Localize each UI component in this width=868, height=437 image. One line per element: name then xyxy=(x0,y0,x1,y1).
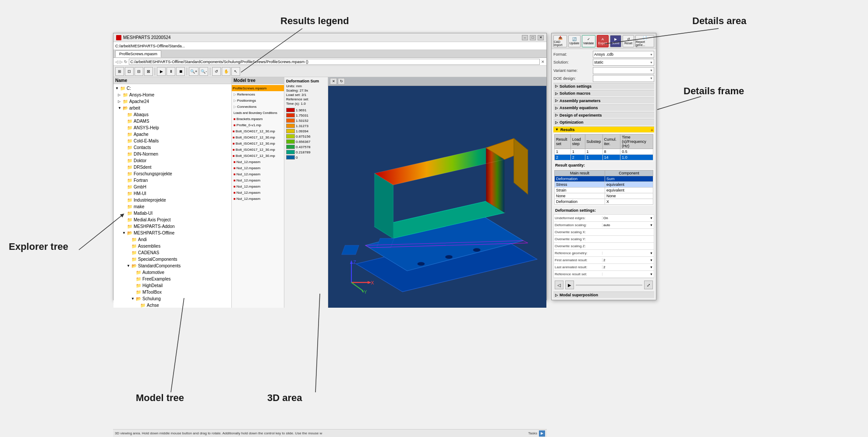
minimize-button[interactable]: – xyxy=(522,35,528,40)
tree-item-mtoolbox[interactable]: 📁 MToolBox xyxy=(113,289,231,295)
tree-item-schulung[interactable]: ▼ 📂 Schulung xyxy=(113,295,231,302)
section-solution-settings[interactable]: ▷ Solution settings xyxy=(553,83,654,89)
toolbar-btn-2[interactable]: ⊡ xyxy=(125,67,134,76)
tree-item-hm-ui[interactable]: 📁 HM-UI xyxy=(113,190,231,197)
tree-item-assemblies[interactable]: 📁 Assemblies xyxy=(113,243,231,249)
rq-row-none[interactable]: None None xyxy=(555,193,653,199)
tree-item-apache[interactable]: 📁 Apache xyxy=(113,131,231,138)
tree-item-drsdent[interactable]: 📁 DRSdent xyxy=(113,164,231,171)
play-button[interactable]: ▶ xyxy=(565,281,574,289)
solution-value[interactable]: static ▼ xyxy=(593,59,654,66)
tree-item-forschung[interactable]: 📁 Forschungsprojekte xyxy=(113,171,231,177)
reset-button[interactable]: ↺ Reset xyxy=(623,35,634,47)
toolbar-btn-4[interactable]: ⊠ xyxy=(144,67,153,76)
model-item-profile0[interactable]: ■Profile_0-v1.mp xyxy=(232,122,284,128)
toolbar-btn-pan[interactable]: ✋ xyxy=(222,67,230,76)
tree-item-achse[interactable]: 📁 Achse xyxy=(113,302,231,308)
model-item-nut7[interactable]: ■Nut_12.mpasm xyxy=(232,195,284,202)
tree-item-cold-emails[interactable]: 📁 Cold-E-Mails xyxy=(113,138,231,144)
model-item-bolt2[interactable]: ■Bolt_ISO4017_12_30.mp xyxy=(232,134,284,140)
tree-item-meshparts-addon[interactable]: 📁 MESHPARTS-Addon xyxy=(113,223,231,230)
tree-item-andi[interactable]: 📁 Andi xyxy=(113,236,231,243)
tree-item-contacts[interactable]: 📁 Contacts xyxy=(113,144,231,151)
prev-frame-button[interactable]: ◁ xyxy=(555,281,563,289)
validate-button[interactable]: ✓ Validate xyxy=(582,35,595,47)
tree-item-ansys-home[interactable]: ▷ 📁 Ansys-Home xyxy=(113,92,231,98)
expand-button[interactable]: ⤢ xyxy=(644,281,653,289)
model-item-profile-screws[interactable]: ProfileScrews.mpasm xyxy=(232,85,284,91)
toolbar-btn-6[interactable]: ⏸ xyxy=(167,67,175,76)
toolbar-btn-5[interactable]: ▶ xyxy=(157,67,166,76)
tree-item-medial[interactable]: 📁 Medial Axis Project xyxy=(113,217,231,223)
tree-item-free[interactable]: 📁 FreeExamples xyxy=(113,276,231,282)
toolbar-btn-zoom-in[interactable]: 🔍+ xyxy=(189,67,198,76)
model-item-nut1[interactable]: ■Nut_12.mpasm xyxy=(232,159,284,165)
tree-item-meshparts-offline[interactable]: ▼ 📂 MESHPARTS-Offline xyxy=(113,230,231,236)
toolbar-btn-select[interactable]: ↖ xyxy=(231,67,240,76)
solve-button[interactable]: ▶ Solve xyxy=(610,35,621,47)
rq-row-deformation[interactable]: Deformation Sum xyxy=(555,176,653,182)
tree-item-high[interactable]: 📁 HighDetail xyxy=(113,282,231,289)
section-doe[interactable]: ▷ Design of experiments xyxy=(553,112,654,118)
toolbar-btn-7[interactable]: ⏹ xyxy=(176,67,185,76)
close-button[interactable]: ✕ xyxy=(538,35,544,40)
model-item-nut4[interactable]: ■Nut_12.mpasm xyxy=(232,177,284,183)
def-dropdown[interactable]: ▼ xyxy=(650,224,654,227)
model-item-loads[interactable]: Loads and Boundary Conditions xyxy=(232,110,284,116)
report-button[interactable]: 📄 Report gene... xyxy=(635,35,654,47)
def-dropdown[interactable]: ▼ xyxy=(650,217,654,220)
tree-item-standard[interactable]: ▼ 📂 StandardComponents xyxy=(113,263,231,269)
rq-row-stress[interactable]: Stress equivalent xyxy=(555,182,653,188)
tree-item-gmbh[interactable]: 📁 GmbH xyxy=(113,184,231,190)
model-item-nut5[interactable]: ■Nut_12.mpasm xyxy=(232,183,284,189)
tree-item-ansys-help[interactable]: 📁 ANSYS-Help xyxy=(113,124,231,131)
doe-value[interactable]: ▼ xyxy=(593,75,654,82)
model-item-nut2[interactable]: ■Nut_12.mpasm xyxy=(232,165,284,171)
def-dropdown[interactable]: ▼ xyxy=(650,259,654,262)
tree-item-doktor[interactable]: 📁 Doktor xyxy=(113,157,231,164)
maximize-button[interactable]: □ xyxy=(530,35,536,40)
results-row-2[interactable]: 2 2 1 14 1.0 xyxy=(555,155,653,160)
def-dropdown[interactable]: ▼ xyxy=(650,266,654,269)
toolbar-btn-1[interactable]: ⊞ xyxy=(115,67,124,76)
tree-item-cadenas[interactable]: 📁 CADENAS xyxy=(113,249,231,256)
vp-btn-refresh[interactable]: ↻ xyxy=(338,78,345,85)
section-results[interactable]: ▼ Results ▲ xyxy=(553,126,654,133)
def-dropdown[interactable]: ▼ xyxy=(650,252,654,255)
toolbar-btn-3[interactable]: ⊟ xyxy=(135,67,143,76)
rq-row-strain[interactable]: Strain equivalent xyxy=(555,188,653,193)
tree-item-abaqus[interactable]: 📁 Abaqus xyxy=(113,111,231,118)
model-item-nut6[interactable]: ■Nut_12.mpasm xyxy=(232,189,284,195)
vp-btn-close[interactable]: ✕ xyxy=(330,78,337,85)
toolbar-btn-zoom-out[interactable]: 🔍- xyxy=(199,67,208,76)
tree-item-arbeit[interactable]: ▼ 📂 arbeit xyxy=(113,105,231,111)
model-item-bolt1[interactable]: ■Bolt_ISO4017_12_30.mp xyxy=(232,128,284,134)
tree-item-matlab-ui[interactable]: 📁 Matlab-UI xyxy=(113,210,231,217)
cad-import-button[interactable]: 📥 CAD import xyxy=(553,35,567,47)
model-item-connections[interactable]: ▷Connections xyxy=(232,103,284,110)
section-assembly-params[interactable]: ▷ Assembly parameters xyxy=(553,97,654,104)
title-bar-controls[interactable]: – □ ✕ xyxy=(522,35,544,40)
tree-item-make[interactable]: 📁 make xyxy=(113,203,231,210)
variant-value[interactable]: ▼ xyxy=(593,67,654,74)
tree-item-apache24[interactable]: ▷ 📁 Apache24 xyxy=(113,98,231,105)
tree-item-special[interactable]: 📁 SpecialComponents xyxy=(113,256,231,263)
tree-item-c[interactable]: ▼ 📁 C: xyxy=(113,85,231,92)
model-item-positionings[interactable]: ▷Positionings xyxy=(232,97,284,103)
tree-item-fortran[interactable]: 📁 Fortran xyxy=(113,177,231,184)
address-input[interactable] xyxy=(129,59,540,65)
results-row-1[interactable]: 1 1 1 8 0.5 xyxy=(555,149,653,155)
viewport-3d[interactable]: ✕ ↻ xyxy=(328,77,546,308)
tree-item-automotive[interactable]: 📁 Automotive xyxy=(113,269,231,276)
toolbar-btn-rotate[interactable]: ↺ xyxy=(212,67,221,76)
tree-item-industrie[interactable]: 📁 Industrieprojekte xyxy=(113,197,231,203)
model-item-nut3[interactable]: ■Nut_12.mpasm xyxy=(232,171,284,177)
model-item-references[interactable]: ▷References xyxy=(232,91,284,97)
section-modal-superposition[interactable]: ▷ Modal superposition xyxy=(553,291,654,298)
export-button[interactable]: A Export xyxy=(597,35,609,47)
section-solution-macros[interactable]: ▷ Solution macros xyxy=(553,90,654,96)
model-item-brackets[interactable]: ■Brackets.mpasm xyxy=(232,116,284,122)
tasks-label[interactable]: Tasks xyxy=(528,431,537,435)
format-value[interactable]: Ansys .cdb ▼ xyxy=(593,51,654,58)
def-dropdown[interactable]: ▼ xyxy=(650,273,654,276)
